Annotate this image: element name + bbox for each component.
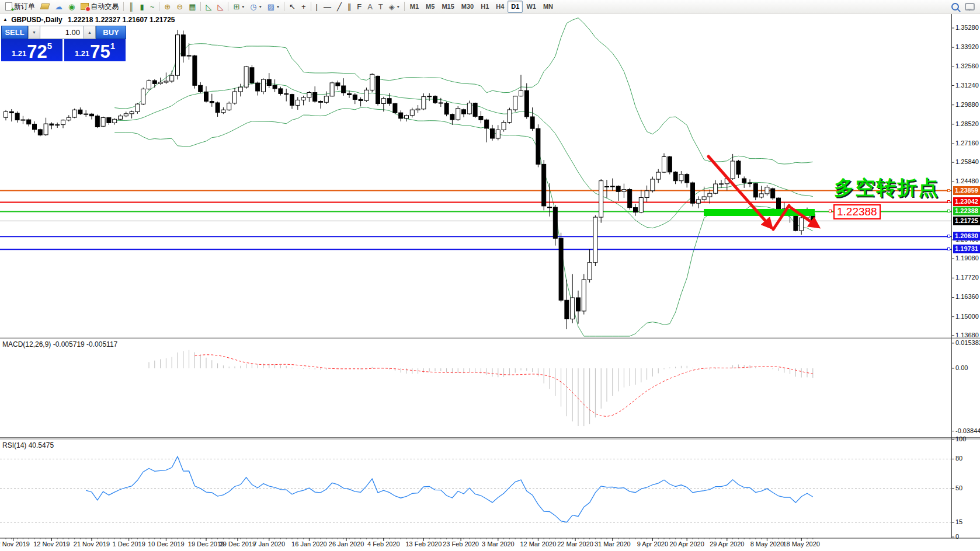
price-chart-canvas[interactable] (0, 0, 980, 551)
price-axis-tick: 1.25840 (955, 158, 979, 165)
macd-indicator-label: MACD(12,26,9) -0.005719 -0.005117 (2, 340, 117, 348)
timeframe-m15-button[interactable]: M15 (438, 1, 457, 13)
template-button[interactable]: ▨▾ (265, 1, 282, 13)
crosshair-icon: + (301, 3, 306, 11)
shapes-button[interactable]: ◈▾ (386, 1, 402, 13)
volume-input[interactable]: 1.00 (40, 26, 84, 39)
new-chart-icon: ⊞ (233, 3, 239, 11)
rsi-axis-tick: 0 (955, 533, 959, 540)
horizontal-line-icon: — (324, 3, 331, 11)
line-chart-button[interactable]: ~ (147, 1, 158, 13)
broadcast-icon: ◉ (68, 3, 75, 11)
buy-button[interactable]: BUY (96, 26, 126, 39)
bull-bear-turning-point-annotation: 多空转折点 (834, 175, 939, 201)
rsi-indicator-label: RSI(14) 40.5475 (2, 441, 54, 449)
level-drag-handle[interactable] (947, 200, 950, 203)
timeframe-h4-button[interactable]: H4 (492, 1, 508, 13)
chat-button[interactable] (962, 1, 978, 13)
timeframe-m1-button[interactable]: M1 (406, 1, 422, 13)
period-button[interactable]: ◷▾ (247, 1, 264, 13)
price-tag-1-22388[interactable]: 1.22388 (833, 204, 881, 219)
search-button[interactable] (948, 1, 962, 13)
chart-shift-icon: ◺ (217, 3, 223, 11)
price-axis-tick: 1.24480 (955, 177, 979, 184)
trendline-button[interactable]: ╱ (334, 1, 345, 13)
buy-price-prefix: 1.21 (75, 49, 89, 58)
ohlc-bars-button[interactable]: ║ (126, 1, 137, 13)
toolbar: +新订单☁◉自动交易║▮~⊕⊖▦◺◺⊞▾◷▾▨▾↖+|—╱∥FAT◈▾M1M5M… (0, 0, 980, 13)
level-drag-handle[interactable] (947, 189, 950, 192)
volume-increase-button[interactable]: ▲ (84, 26, 96, 39)
fibonacci-button[interactable]: F (354, 1, 364, 13)
signals-button[interactable]: ◉ (65, 1, 78, 13)
one-click-trade-panel: SELL ▼ 1.00 ▲ BUY 1.21 72 5 1.21 75 1 (1, 26, 126, 61)
tile-windows-button[interactable]: ▦ (186, 1, 199, 13)
text-button[interactable]: A (364, 1, 376, 13)
price-level-badge[interactable]: 1.20630 (953, 232, 980, 240)
timeframe-mn-button[interactable]: MN (540, 1, 557, 13)
zoom-in-button[interactable]: ⊕ (161, 1, 173, 13)
candlestick-button[interactable]: ▮ (137, 1, 147, 13)
level-drag-handle[interactable] (947, 247, 950, 250)
hline-button[interactable]: — (321, 1, 334, 13)
level-drag-handle[interactable] (947, 210, 950, 212)
rsi-axis-tick: 80 (955, 455, 962, 462)
gold-bar-icon (40, 4, 50, 9)
zoom-out-icon: ⊖ (176, 3, 183, 11)
toolbar-separator (159, 2, 159, 11)
symbol-period-label: GBPUSD-,Daily (11, 16, 62, 24)
trendline-icon: ╱ (337, 3, 342, 11)
new-order-button[interactable]: +新订单 (2, 1, 38, 13)
autotrade-button[interactable]: 自动交易 (78, 1, 121, 13)
level-drag-handle[interactable] (947, 235, 950, 238)
clock-icon: ◷ (250, 3, 256, 11)
toolbar-separator (311, 2, 311, 11)
price-level-badge[interactable]: 1.23859 (953, 186, 980, 195)
chart-window[interactable]: ▲ GBPUSD-,Daily 1.22218 1.22327 1.21607 … (0, 0, 980, 551)
mt4-window: +新订单☁◉自动交易║▮~⊕⊖▦◺◺⊞▾◷▾▨▾↖+|—╱∥FAT◈▾M1M5M… (0, 0, 980, 551)
search-icon (951, 3, 959, 11)
price-axis-tick: 1.29880 (955, 101, 979, 108)
zoom-out-button[interactable]: ⊖ (173, 1, 186, 13)
price-axis-tick: 1.17720 (955, 274, 979, 281)
cursor-icon: ↖ (289, 3, 296, 11)
sell-price-tile[interactable]: 1.21 72 5 (1, 39, 62, 61)
auto-scroll-button[interactable]: ◺ (203, 1, 214, 13)
sell-button[interactable]: SELL (1, 26, 28, 39)
text-icon: A (367, 3, 373, 11)
buy-price-tile[interactable]: 1.21 75 1 (64, 39, 126, 61)
text-label-button[interactable]: T (376, 1, 386, 13)
price-axis-tick: 1.31240 (955, 82, 979, 89)
price-axis-tick: 1.13680 (955, 332, 979, 339)
current-price-badge: 1.21725 (953, 217, 980, 225)
rsi-axis-tick: 15 (955, 518, 962, 525)
timeframe-h1-button[interactable]: H1 (477, 1, 492, 13)
arrows-shapes-icon: ◈ (389, 3, 395, 11)
price-level-badge[interactable]: 1.22388 (953, 207, 980, 215)
chevron-down-icon: ▾ (277, 4, 279, 9)
template-icon: ▨ (267, 3, 274, 11)
price-tag-anchor-handle[interactable] (829, 210, 832, 212)
sell-price-prefix: 1.21 (12, 49, 26, 58)
rsi-axis-tick: 50 (955, 484, 962, 491)
volume-decrease-button[interactable]: ▼ (28, 26, 40, 39)
channel-button[interactable]: ∥ (345, 1, 355, 13)
timeframe-m30-button[interactable]: M30 (458, 1, 477, 13)
autotrade-button-label: 自动交易 (91, 2, 119, 12)
timeframe-m5-button[interactable]: M5 (422, 1, 438, 13)
gold-button[interactable] (38, 1, 52, 13)
price-axis-tick: 1.35280 (955, 24, 979, 31)
price-level-badge[interactable]: 1.19731 (953, 245, 980, 253)
timeframe-w1-button[interactable]: W1 (523, 1, 540, 13)
crosshair-button[interactable]: + (298, 1, 309, 13)
timeframe-d1-button[interactable]: D1 (508, 1, 523, 13)
vline-button[interactable]: | (313, 1, 321, 13)
equidistant-channel-icon: ∥ (347, 3, 352, 11)
new-chart-button[interactable]: ⊞▾ (230, 1, 247, 13)
chat-icon (965, 3, 975, 11)
cursor-button[interactable]: ↖ (286, 1, 298, 13)
line-chart-icon: ~ (150, 3, 155, 11)
community-button[interactable]: ☁ (52, 1, 65, 13)
chart-shift-button[interactable]: ◺ (214, 1, 226, 13)
price-level-badge[interactable]: 1.23042 (953, 197, 980, 206)
